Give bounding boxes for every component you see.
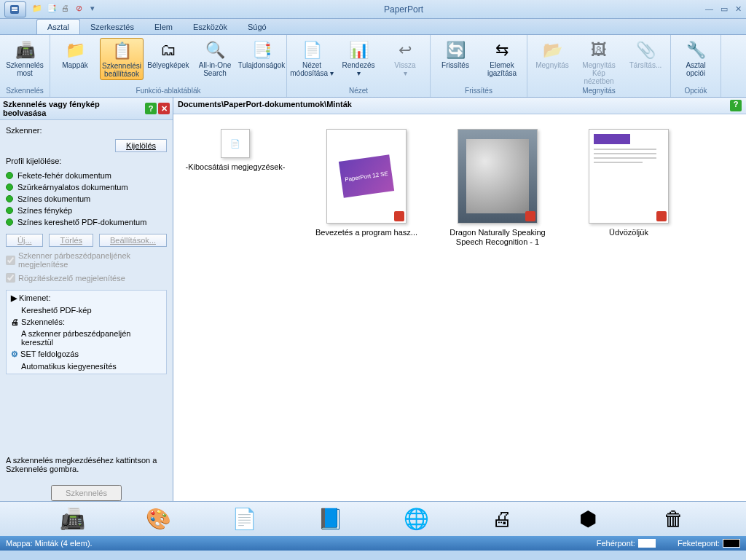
status-dot-icon: [6, 195, 13, 202]
new-profile-button[interactable]: Új...: [6, 234, 43, 247]
send-to-bar: 📠🎨📄📘🌐🖨⬢🗑: [0, 501, 746, 536]
scan-value: A szkenner párbeszédpaneljén keresztül: [8, 328, 165, 348]
app-menu-button[interactable]: [4, 1, 26, 17]
ribbon-desk-opts[interactable]: 🔧Asztalopciói: [674, 38, 718, 79]
thumbs-icon: 🗂: [157, 39, 180, 61]
profile-item[interactable]: Fekete-fehér dokumentum: [6, 170, 167, 181]
ribbon-sort[interactable]: 📊Rendezés▾: [337, 38, 380, 79]
profile-item[interactable]: Színes fénykép: [6, 205, 167, 216]
maximize-button[interactable]: ▭: [721, 4, 728, 14]
ribbon-folders[interactable]: 📁Mappák: [53, 38, 97, 71]
sendto-item-7[interactable]: 🗑: [631, 507, 717, 531]
whitepoint-swatch: [638, 539, 656, 548]
refresh-icon: 🔄: [444, 39, 467, 61]
profile-item[interactable]: Színes dokumentum: [6, 193, 167, 205]
ribbon-group-label: Nézet: [290, 87, 427, 97]
status-folder: Mappa: Minták (4 elem).: [6, 539, 93, 548]
tab-szerkesztes[interactable]: Szerkesztés: [80, 20, 144, 34]
ribbon-back[interactable]: ↩Vissza▾: [383, 38, 427, 79]
profile-settings-button[interactable]: Beállítások...: [99, 234, 167, 247]
tab-sugo[interactable]: Súgó: [237, 20, 277, 34]
app-icon: [9, 4, 22, 15]
qat-copy-icon[interactable]: 📑: [47, 4, 58, 15]
minimize-button[interactable]: —: [705, 4, 713, 14]
qat-cancel-icon[interactable]: ⊘: [76, 4, 87, 15]
file-grid[interactable]: 📄-Kibocsátási megjegyzések-PaperPort 12 …: [173, 114, 746, 501]
status-dot-icon: [6, 184, 13, 191]
window-title: PaperPort: [102, 4, 705, 15]
scan-hint: A szkennelés megkezdéséhez kattintson a …: [0, 449, 173, 481]
close-panel-icon[interactable]: ✕: [158, 103, 170, 114]
back-icon: ↩: [393, 39, 417, 61]
help-icon[interactable]: ?: [730, 100, 742, 111]
properties-icon: 📑: [250, 39, 273, 61]
sendto-item-5[interactable]: 🖨: [459, 507, 545, 531]
show-dialog-checkbox[interactable]: Szkenner párbeszédpaneljének megjeleníté…: [6, 251, 167, 269]
qat-drop-icon[interactable]: ▾: [90, 4, 102, 15]
set-heading: SET feldolgozás: [20, 350, 79, 358]
scan-info-section: ▶ Kimenet: Kereshető PDF-kép 🖨 Szkennelé…: [6, 290, 167, 374]
output-heading: Kimenet:: [19, 293, 50, 302]
tab-eszkozok[interactable]: Eszközök: [183, 20, 237, 34]
open-icon: 📂: [541, 39, 564, 61]
status-dot-icon: [6, 172, 13, 179]
breadcrumb: Documents\PaperPort-dokumentumok\Minták: [178, 100, 730, 111]
tab-asztal[interactable]: Asztal: [36, 19, 80, 34]
file-udv[interactable]: Üdvözöljük: [574, 129, 683, 237]
tab-elem[interactable]: Elem: [144, 20, 183, 34]
open-imgview-icon: 🖼: [587, 39, 610, 61]
file-label: Dragon Naturally Speaking Speech Recogni…: [443, 228, 552, 247]
ribbon-group-label: Megnyitás: [530, 87, 667, 97]
align-icon: ⇆: [490, 39, 514, 61]
status-bar: Mappa: Minták (4 elem). Fehérpont: Feket…: [0, 536, 746, 551]
profile-item[interactable]: Színes kereshető PDF-dokumentum: [6, 216, 167, 228]
sendto-item-4[interactable]: 🌐: [373, 507, 459, 531]
sort-icon: 📊: [347, 39, 370, 61]
ribbon-view-mod[interactable]: 📄Nézetmódosítása ▾: [290, 38, 334, 79]
ribbon-scan-settings[interactable]: 📋Szkennelésibeállítások: [100, 38, 144, 80]
qat-folder-icon[interactable]: 📁: [32, 4, 44, 15]
file-kibocs[interactable]: 📄-Kibocsátási megjegyzések-: [181, 129, 290, 172]
ribbon-properties[interactable]: 📑Tulajdonságok: [240, 38, 283, 71]
ribbon-assoc[interactable]: 📎Társítás...: [624, 38, 667, 71]
ribbon-thumbs[interactable]: 🗂Bélyegképek: [146, 38, 190, 71]
delete-profile-button[interactable]: Törlés: [49, 234, 93, 247]
allinone-icon: 🔍: [203, 39, 227, 61]
profile-item[interactable]: Szürkeárnyalatos dokumentum: [6, 181, 167, 193]
ribbon-scan-now[interactable]: 📠Szkennelésmost: [3, 38, 47, 79]
status-dot-icon: [6, 218, 13, 226]
ribbon-align[interactable]: ⇆Elemekigazítása: [480, 38, 524, 79]
sendto-item-2[interactable]: 📄: [201, 507, 287, 531]
title-bar: 📁 📑 🖨 ⊘ ▾ PaperPort — ▭ ✕: [0, 0, 746, 19]
sendto-item-3[interactable]: 📘: [287, 507, 373, 531]
assoc-icon: 📎: [634, 39, 657, 61]
help-icon[interactable]: ?: [145, 103, 157, 114]
ribbon-open[interactable]: 📂Megnyitás: [530, 38, 574, 71]
ribbon-allinone[interactable]: 🔍All-in-OneSearch: [193, 38, 237, 79]
file-bevez[interactable]: PaperPort 12 SEBevezetés a program hasz.…: [312, 129, 421, 237]
sidepanel-title: Szkennelés vagy fénykép beolvasása: [3, 100, 144, 117]
show-capture-checkbox[interactable]: Rögzítéskezelő megjelenítése: [6, 273, 167, 283]
ribbon-group-label: Frissítés: [433, 87, 524, 97]
output-value: Kereshető PDF-kép: [8, 304, 165, 316]
qat-print-icon[interactable]: 🖨: [61, 4, 73, 15]
scan-button[interactable]: Szkennelés: [51, 485, 122, 501]
sendto-item-6[interactable]: ⬢: [545, 507, 631, 531]
file-dragon[interactable]: Dragon Naturally Speaking Speech Recogni…: [443, 129, 552, 247]
scan-now-icon: 📠: [13, 39, 36, 61]
sendto-item-1[interactable]: 🎨: [115, 507, 201, 531]
ribbon-refresh[interactable]: 🔄Frissítés: [433, 38, 477, 71]
file-label: -Kibocsátási megjegyzések-: [181, 162, 290, 172]
ribbon-group-label: Szkennelés: [3, 87, 47, 97]
ribbon: 📠SzkennelésmostSzkennelés📁Mappák📋Szkenne…: [0, 35, 746, 98]
file-label: Bevezetés a program hasz...: [312, 228, 421, 237]
sendto-item-0[interactable]: 📠: [29, 507, 115, 531]
view-mod-icon: 📄: [300, 39, 323, 61]
svg-rect-2: [12, 9, 17, 11]
scan-side-panel: Szkennelés vagy fénykép beolvasása ? ✕ S…: [0, 98, 173, 501]
ribbon-open-imgview[interactable]: 🖼MegnyitásKép nézetben: [577, 38, 621, 87]
select-scanner-button[interactable]: Kijelölés: [115, 139, 167, 152]
close-button[interactable]: ✕: [735, 4, 742, 14]
ribbon-tabs: Asztal Szerkesztés Elem Eszközök Súgó: [0, 19, 746, 35]
blackpoint-swatch: [723, 539, 740, 548]
